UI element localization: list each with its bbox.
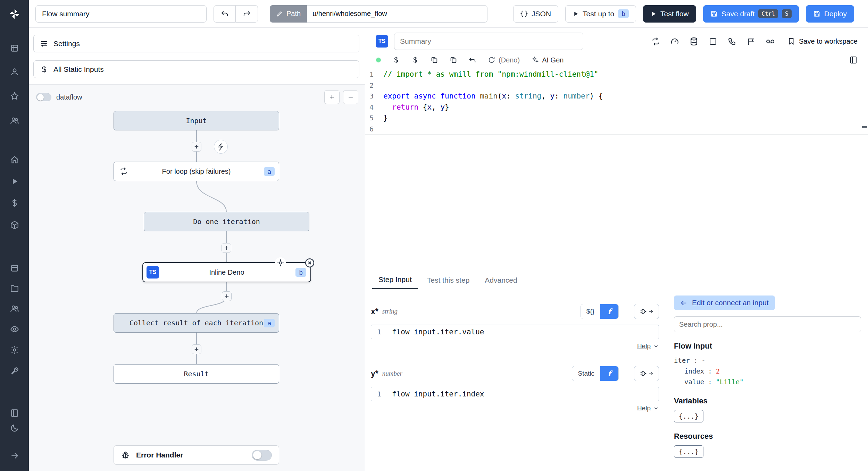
flow-node-collect[interactable]: Collect result of each iteration a	[114, 313, 279, 333]
variables-dollar-icon[interactable]	[10, 198, 19, 207]
home-icon[interactable]	[10, 155, 19, 164]
user-icon[interactable]	[10, 67, 19, 76]
error-handler-row[interactable]: Error Handler	[114, 445, 279, 465]
function-mode-option[interactable]: f	[600, 304, 618, 319]
static-mode-option[interactable]: Static	[572, 366, 600, 381]
tab-test-this-step[interactable]: Test this step	[421, 271, 476, 289]
expand-sidebar-icon[interactable]	[10, 451, 19, 460]
gauge-icon[interactable]	[670, 37, 679, 46]
step-input-panel: x* string ${} f 1 flow_input.iter.value …	[365, 289, 669, 471]
path-chip[interactable]: Path	[270, 5, 307, 23]
variables-object-chip[interactable]: {...}	[674, 410, 703, 422]
variable-dollar-icon[interactable]	[392, 56, 400, 64]
workers-wrench-icon[interactable]	[10, 367, 19, 376]
arg-type: number	[382, 370, 402, 377]
runtime-selector[interactable]: (Deno)	[488, 56, 520, 64]
edit-or-connect-button[interactable]: Edit or connect an input	[674, 296, 775, 310]
windmill-logo-icon[interactable]	[9, 8, 20, 20]
json-button[interactable]: JSON	[513, 5, 558, 23]
flow-node-result[interactable]: Result	[114, 364, 279, 384]
reset-icon[interactable]	[469, 56, 476, 64]
tab-step-input[interactable]: Step Input	[372, 271, 418, 289]
flow-settings-button[interactable]: Settings	[33, 35, 359, 52]
voicemail-icon[interactable]	[766, 37, 775, 46]
add-step-button[interactable]	[192, 142, 201, 152]
flow-summary-input[interactable]	[35, 5, 207, 23]
redo-button[interactable]	[236, 5, 258, 23]
chevron-down-icon[interactable]	[653, 405, 659, 411]
play-icon	[573, 11, 579, 17]
resources-object-chip[interactable]: {...}	[674, 445, 703, 458]
settings-gear-icon[interactable]	[10, 345, 19, 354]
code-line[interactable]: 2	[365, 80, 868, 91]
trigger-bolt-button[interactable]	[214, 140, 228, 154]
expr-editor-x[interactable]: 1 flow_input.iter.value	[371, 325, 659, 339]
help-link-x[interactable]: Help	[637, 342, 651, 350]
flow-node-forloop[interactable]: For loop (skip failures) a	[114, 162, 279, 181]
flow-input-prop-iter[interactable]: iter:-	[674, 355, 861, 366]
path-input[interactable]	[307, 5, 487, 23]
expr-mode-option[interactable]: ${}	[581, 304, 600, 319]
schedules-calendar-icon[interactable]	[10, 264, 19, 273]
dataflow-toggle[interactable]	[36, 93, 51, 101]
groups-users-icon[interactable]	[10, 304, 19, 313]
delete-node-button[interactable]	[304, 257, 315, 268]
dark-mode-moon-icon[interactable]	[10, 423, 19, 433]
flow-node-inline-deno[interactable]: TS Inline Deno b	[142, 262, 311, 282]
all-static-inputs-button[interactable]: All Static Inputs	[33, 60, 359, 78]
copy-icon[interactable]	[431, 56, 438, 64]
stop-square-icon[interactable]	[709, 37, 717, 46]
undo-button[interactable]	[214, 5, 236, 23]
copy-icon[interactable]	[450, 56, 457, 64]
runs-play-icon[interactable]	[10, 177, 19, 186]
flow-input-prop-index[interactable]: index:2	[674, 366, 861, 376]
add-step-button[interactable]	[222, 291, 232, 301]
resources-cube-icon[interactable]	[10, 221, 19, 230]
save-draft-button[interactable]: Save draft Ctrl S	[703, 5, 799, 23]
code-editor[interactable]: 1// import * as wmill from "npm:windmill…	[365, 67, 868, 135]
step-summary-input[interactable]	[394, 33, 583, 50]
code-line[interactable]: 1// import * as wmill from "npm:windmill…	[365, 69, 868, 80]
deploy-button[interactable]: Deploy	[806, 5, 854, 23]
zoom-in-button[interactable]	[324, 90, 340, 104]
grid-icon[interactable]	[10, 44, 19, 53]
code-line[interactable]: 5}	[365, 113, 868, 124]
star-icon[interactable]	[10, 92, 19, 101]
flag-icon[interactable]	[747, 37, 756, 46]
help-link-y[interactable]: Help	[637, 404, 651, 412]
tab-advanced[interactable]: Advanced	[478, 271, 523, 289]
library-book-icon[interactable]	[849, 56, 858, 64]
save-to-workspace-button[interactable]: Save to workspace	[787, 37, 858, 45]
function-mode-option[interactable]: f	[600, 366, 618, 381]
search-prop-input[interactable]	[674, 316, 861, 332]
connect-input-button-y[interactable]	[634, 366, 659, 381]
code-line[interactable]: 6	[365, 124, 868, 135]
test-up-to-button[interactable]: Test up to b	[565, 5, 636, 23]
code-line[interactable]: 3export async function main(x: string, y…	[365, 91, 868, 102]
test-flow-button[interactable]: Test flow	[643, 5, 696, 23]
chevron-down-icon[interactable]	[653, 343, 659, 349]
audit-eye-icon[interactable]	[10, 325, 19, 334]
zoom-out-button[interactable]	[343, 90, 358, 104]
phone-icon[interactable]	[728, 37, 736, 46]
users-icon[interactable]	[10, 116, 19, 125]
ai-gen-button[interactable]: AI Gen	[531, 56, 564, 64]
add-step-button[interactable]	[222, 243, 231, 253]
connect-input-button-x[interactable]	[634, 304, 659, 319]
docs-book-icon[interactable]	[10, 409, 19, 418]
expr-editor-y[interactable]: 1 flow_input.iter.index	[371, 387, 659, 401]
path-group: Path	[270, 5, 487, 23]
code-line[interactable]: 4 return {x, y}	[365, 102, 868, 113]
flow-canvas[interactable]: dataflow Input For loop (skip failures) …	[29, 84, 365, 471]
flow-node-iteration[interactable]: Do one iteration	[144, 212, 309, 231]
flow-node-input[interactable]: Input	[114, 111, 279, 130]
folders-icon[interactable]	[10, 284, 19, 293]
status-dot	[376, 58, 381, 62]
add-step-button[interactable]	[192, 344, 201, 354]
database-icon[interactable]	[690, 37, 698, 46]
flow-input-prop-value[interactable]: value:"Lille"	[674, 376, 861, 387]
move-node-handle[interactable]	[275, 257, 286, 268]
error-handler-toggle[interactable]	[252, 450, 272, 461]
resource-dollar-icon[interactable]	[411, 56, 419, 64]
loop-icon[interactable]	[651, 37, 660, 46]
